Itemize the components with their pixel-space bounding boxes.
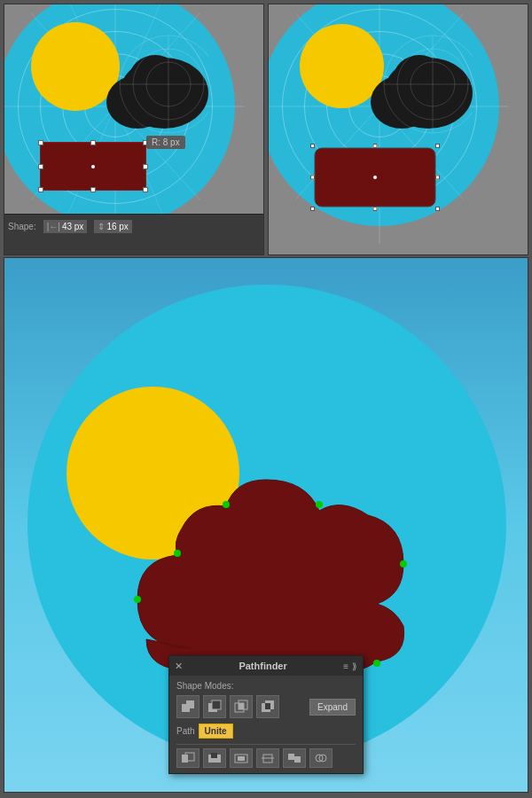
rect-red-left	[40, 142, 146, 191]
pathfinders-label: Path	[176, 726, 195, 736]
pf-btn-4[interactable]	[256, 748, 279, 768]
pathfinder-menu-icon[interactable]: ≡	[343, 661, 348, 671]
left-panel-toolbar: Shape: |←| 43 px ⇕ 16 px	[4, 214, 263, 254]
intersect-btn[interactable]	[230, 695, 253, 718]
pathfinder-title: Pathfinder	[239, 661, 286, 671]
exclude-btn[interactable]	[256, 695, 279, 718]
svg-point-36	[174, 550, 181, 557]
panel-right	[268, 4, 528, 255]
svg-point-32	[373, 660, 380, 667]
cloud-right	[357, 31, 473, 137]
pathfinder-close-icon[interactable]: ✕	[175, 661, 183, 672]
handle-bl[interactable]	[38, 187, 43, 192]
pathfinder-body: Shape Modes:	[169, 676, 363, 773]
pathfinders-row: Path Unite	[176, 724, 356, 739]
pathfinder-panel: ✕ Pathfinder ≡ ⟫ Shape Modes:	[168, 655, 364, 774]
handle-r-ml[interactable]	[310, 176, 315, 180]
pathfinder-bottom-row	[176, 744, 356, 768]
width-field[interactable]: |←| 43 px	[43, 220, 88, 233]
unite-mode-btn[interactable]	[176, 695, 200, 718]
large-cloud	[120, 453, 421, 684]
shape-toolbar-row: Shape: |←| 43 px ⇕ 16 px	[8, 216, 260, 236]
handle-tm[interactable]	[90, 140, 96, 145]
handle-r-mr[interactable]	[435, 176, 440, 180]
shape-modes-row: Expand	[176, 695, 356, 718]
svg-rect-55	[238, 756, 245, 761]
large-canvas[interactable]: ✕ Pathfinder ≡ ⟫ Shape Modes:	[4, 258, 528, 792]
pathfinder-header: ✕ Pathfinder ≡ ⟫	[169, 656, 363, 676]
svg-point-35	[223, 501, 230, 508]
svg-rect-59	[294, 756, 301, 763]
handle-r-br[interactable]	[435, 207, 440, 211]
r-tooltip: R: 8 px	[146, 136, 185, 149]
shape-label: Shape:	[8, 222, 36, 231]
svg-rect-49	[265, 703, 270, 709]
svg-rect-53	[211, 753, 217, 758]
pf-btn-6[interactable]	[309, 748, 332, 768]
shape-modes-label: Shape Modes:	[176, 681, 356, 691]
handle-br[interactable]	[143, 187, 148, 192]
height-field[interactable]: ⇕ 16 px	[94, 220, 131, 233]
pathfinder-controls: ≡ ⟫	[343, 661, 357, 671]
svg-rect-58	[288, 754, 294, 760]
handle-tl[interactable]	[38, 140, 43, 145]
canvas-right[interactable]	[269, 4, 528, 254]
handle-mr[interactable]	[143, 164, 148, 169]
pf-btn-1[interactable]	[176, 748, 200, 768]
handle-r-bl[interactable]	[310, 207, 315, 211]
center-dot-r	[373, 176, 377, 179]
svg-point-34	[316, 501, 323, 508]
handle-r-tm[interactable]	[373, 144, 378, 148]
pf-btn-2[interactable]	[203, 748, 226, 768]
cloud-left	[93, 31, 208, 137]
svg-point-29	[134, 596, 141, 603]
unite-tooltip[interactable]: Unite	[199, 724, 233, 739]
svg-point-33	[400, 560, 407, 567]
handle-r-tl[interactable]	[310, 144, 315, 148]
handle-bm[interactable]	[90, 187, 96, 192]
svg-rect-43	[212, 700, 221, 709]
handle-r-bm[interactable]	[373, 207, 378, 211]
panel-left: R: 8 px Shape: |←| 43 px ⇕ 16 px	[4, 4, 264, 255]
panel-large: ✕ Pathfinder ≡ ⟫ Shape Modes:	[4, 257, 528, 793]
minus-front-btn[interactable]	[203, 695, 226, 718]
svg-rect-41	[186, 700, 194, 708]
rect-maroon-right	[313, 146, 437, 208]
pf-btn-3[interactable]	[230, 748, 253, 768]
expand-button[interactable]: Expand	[309, 699, 356, 716]
pathfinder-expand-icon[interactable]: ⟫	[352, 661, 357, 671]
canvas-left[interactable]: R: 8 px Shape: |←| 43 px ⇕ 16 px	[4, 4, 263, 254]
center-dot	[91, 165, 95, 168]
top-row: R: 8 px Shape: |←| 43 px ⇕ 16 px	[0, 0, 532, 257]
pf-btn-5[interactable]	[283, 748, 306, 768]
handle-r-tr[interactable]	[435, 144, 440, 148]
handle-ml[interactable]	[38, 164, 43, 169]
svg-rect-46	[239, 703, 244, 709]
